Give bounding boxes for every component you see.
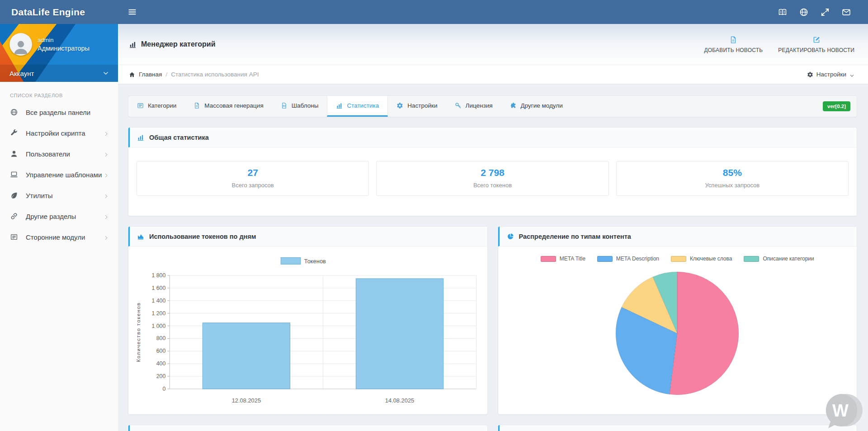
stat-card-success-rate: 85% Успешных запросов	[616, 161, 849, 196]
edit-icon	[812, 36, 821, 44]
sidebar-item-label: Утилиты	[26, 192, 104, 199]
mail-icon[interactable]	[842, 8, 851, 17]
pie-chart	[609, 265, 745, 401]
stat-label: Успешных запросов	[621, 182, 844, 189]
stat-value: 85%	[621, 167, 844, 178]
legend-swatch	[671, 256, 686, 262]
file-icon	[193, 102, 200, 109]
stat-label: Всего токенов	[381, 182, 604, 189]
bar-chart-icon	[336, 102, 343, 109]
chevron-right-icon	[104, 213, 109, 219]
svg-text:1 200: 1 200	[151, 310, 165, 317]
sidebar-item-other-sections[interactable]: Другие разделы	[0, 206, 118, 227]
edit-news-button[interactable]: РЕДАКТИРОВАТЬ НОВОСТИ	[778, 36, 854, 53]
pie-legend: META Title META Description Ключевые сло…	[541, 256, 814, 262]
tab-settings[interactable]: Настройки	[388, 96, 446, 117]
sidebar-item-label: Все разделы панели	[26, 109, 109, 116]
legend-item-keywords[interactable]: Ключевые слова	[671, 256, 732, 262]
add-news-label: ДОБАВИТЬ НОВОСТЬ	[704, 47, 763, 53]
area-chart-icon	[137, 233, 144, 240]
tab-license[interactable]: Лицензия	[446, 96, 501, 117]
sidebar-item-utilities[interactable]: Утилиты	[0, 185, 118, 206]
chevron-right-icon	[104, 172, 109, 177]
breadcrumb: Главная / Статистика использования API Н…	[118, 65, 868, 84]
sidebar-item-label: Другие разделы	[26, 213, 104, 220]
svg-text:14.08.2025: 14.08.2025	[385, 397, 414, 404]
breadcrumb-home-link[interactable]: Главная	[139, 71, 162, 78]
chevron-right-icon	[104, 130, 109, 136]
svg-text:1 400: 1 400	[151, 298, 165, 304]
chevron-down-icon	[103, 70, 109, 76]
edit-news-label: РЕДАКТИРОВАТЬ НОВОСТИ	[778, 47, 854, 53]
tab-mass-generation[interactable]: Массовая генерация	[185, 96, 272, 117]
bar-chart-icon	[137, 134, 144, 141]
add-news-button[interactable]: ДОБАВИТЬ НОВОСТЬ	[704, 36, 763, 53]
tab-statistics[interactable]: Статистика	[327, 96, 388, 117]
sidebar-item-third-party-modules[interactable]: Сторонние модули	[0, 227, 118, 247]
svg-text:0: 0	[163, 386, 166, 392]
chevron-right-icon	[104, 193, 109, 198]
expand-icon[interactable]	[821, 8, 830, 17]
legend-item-meta-description[interactable]: META Description	[597, 256, 659, 262]
svg-text:Токенов: Токенов	[304, 258, 326, 265]
user-group: Администраторы	[38, 45, 90, 52]
key-icon	[455, 102, 462, 109]
content-type-panel: Распределение по типам контента META Tit…	[498, 226, 858, 415]
svg-text:Количество токенов: Количество токенов	[136, 302, 141, 362]
legend-item-category-description[interactable]: Описание категории	[744, 256, 814, 262]
sidebar-item-templates[interactable]: Управление шаблонами	[0, 164, 118, 185]
svg-text:1 000: 1 000	[151, 323, 165, 329]
globe-icon[interactable]	[799, 8, 808, 17]
tab-categories[interactable]: Категории	[128, 96, 185, 117]
breadcrumb-current: Статистика использования API	[171, 71, 259, 78]
link-icon	[10, 212, 18, 220]
user-icon	[10, 150, 18, 158]
sidebar: admin Администраторы Аккаунт СПИСОК РАЗД…	[0, 24, 118, 431]
version-badge: ver[0.2]	[823, 101, 850, 111]
page-title: Менеджер категорий	[141, 40, 216, 48]
side-menu: СПИСОК РАЗДЕЛОВ Все разделы панели Настр…	[0, 82, 118, 247]
sidebar-item-script-settings[interactable]: Настройки скрипта	[0, 123, 118, 143]
laptop-icon	[10, 171, 18, 179]
sidebar-item-users[interactable]: Пользователи	[0, 143, 118, 164]
stat-card-total-requests: 27 Всего запросов	[137, 161, 369, 196]
panel-title: Использование токенов по дням	[149, 233, 256, 240]
bar-chart: Токенов02004006008001 0001 2001 4001 600…	[133, 253, 483, 412]
sidebar-toggle-button[interactable]	[123, 4, 141, 21]
settings-label: Настройки	[816, 71, 846, 78]
svg-text:12.08.2025: 12.08.2025	[232, 397, 261, 404]
svg-text:1 800: 1 800	[151, 272, 165, 279]
stat-label: Всего запросов	[142, 182, 364, 189]
app-logo[interactable]: DataLife Engine	[0, 7, 118, 18]
legend-swatch	[744, 256, 759, 262]
svg-text:600: 600	[156, 348, 166, 354]
avatar[interactable]	[9, 33, 32, 56]
account-label: Аккаунт	[9, 70, 34, 77]
account-dropdown[interactable]: Аккаунт	[0, 65, 118, 82]
sidebar-item-all-sections[interactable]: Все разделы панели	[0, 102, 118, 123]
code-file-icon	[281, 102, 288, 109]
gear-icon	[807, 71, 813, 78]
svg-text:200: 200	[156, 373, 166, 379]
file-icon	[729, 36, 737, 44]
translate-icon[interactable]	[778, 8, 787, 17]
settings-dropdown[interactable]: Настройки	[807, 71, 854, 78]
topbar: DataLife Engine	[0, 0, 868, 24]
home-icon[interactable]	[129, 71, 135, 78]
topbar-icons	[778, 8, 868, 17]
tab-other-modules[interactable]: Другие модули	[501, 96, 571, 117]
legend-item-meta-title[interactable]: META Title	[541, 256, 585, 262]
stat-value: 2 798	[381, 167, 604, 178]
svg-text:1 600: 1 600	[151, 285, 165, 291]
stat-value: 27	[142, 167, 364, 178]
legend-swatch	[597, 256, 613, 262]
tab-templates[interactable]: Шаблоны	[272, 96, 327, 117]
svg-text:400: 400	[156, 360, 166, 367]
legend-swatch	[541, 256, 556, 262]
sidebar-item-label: Настройки скрипта	[26, 129, 104, 137]
pie-chart-icon	[507, 233, 514, 240]
user-name: admin	[38, 37, 90, 43]
chevron-right-icon	[104, 234, 109, 240]
list-icon	[137, 102, 144, 109]
bottom-panel-left	[128, 425, 488, 431]
